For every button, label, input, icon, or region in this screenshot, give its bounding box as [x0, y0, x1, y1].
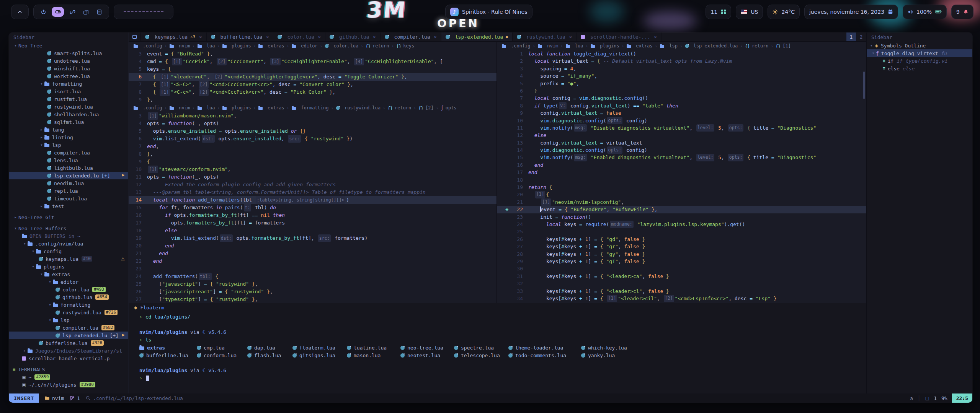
breadcrumb-item[interactable]: lsp-extended.lua: [685, 43, 738, 49]
scrollbar-handle[interactable]: [863, 72, 865, 99]
tree-item[interactable]: keymaps.lua#10⚠: [9, 255, 128, 263]
tree-item[interactable]: lsp-extended.lu[+]⚑: [9, 172, 128, 179]
ls-item[interactable]: flash.lua: [247, 353, 292, 358]
tree-item[interactable]: ▾lsp: [9, 141, 128, 149]
tree-item[interactable]: ▾extras: [9, 270, 128, 278]
code-line[interactable]: 6 { [1]"<leader>uC", [2]"<cmd>CccHighlig…: [129, 73, 497, 81]
terminal-output[interactable]: › cd lua/plugins/nvim/lua/plugins via ☾ …: [129, 312, 866, 382]
tree-item[interactable]: neodim.lua: [9, 179, 128, 187]
sidebar-section-terminals[interactable]: ≡TERMINALS: [9, 366, 128, 373]
editor-tab[interactable]: rustywind.lua×: [513, 33, 577, 41]
tree-item[interactable]: compiler.lua#682: [9, 324, 128, 332]
breadcrumb-item[interactable]: {}keys: [396, 43, 414, 49]
code-line[interactable]: 3event = { "BufRead" },: [129, 50, 497, 58]
code-line[interactable]: 25 ["javascript"] = { "rustywind" },: [129, 280, 497, 288]
tree-item[interactable]: color.lua#493: [9, 286, 128, 293]
code-line[interactable]: 27 keys[#keys + 1] = { "gr", false }: [497, 243, 866, 250]
code-line[interactable]: 1local function toggle_diag_virtext(): [497, 50, 866, 57]
ls-item[interactable]: todo-comments.lua: [508, 353, 581, 358]
breadcrumb-item[interactable]: {}return: [366, 43, 389, 49]
tree-item[interactable]: timeout.lua: [9, 195, 128, 202]
tree-item[interactable]: undotree.lua: [9, 57, 128, 65]
close-icon[interactable]: ×: [266, 34, 269, 40]
breadcrumb-item[interactable]: nvim: [169, 105, 190, 111]
code-line[interactable]: 4cmd = { [1]"CccPick", [2]"CccConvert", …: [129, 58, 497, 65]
tree-item[interactable]: ▾formatting: [9, 301, 128, 309]
code-line[interactable]: 6 }: [497, 87, 866, 94]
editor-tab[interactable]: keymaps.lua⚠3×: [141, 33, 207, 41]
date-widget[interactable]: jueves, noviembre 16, 2023: [804, 5, 898, 19]
code-line[interactable]: 9 config.virtual_text = false: [497, 109, 866, 117]
code-line[interactable]: 13 ---@param tbl table<string, conform.F…: [129, 189, 497, 196]
ls-item[interactable]: which-key.lua: [581, 345, 866, 351]
music-widget[interactable]: ♪ Spiritbox - Rule Of Nines: [445, 5, 532, 19]
code-line[interactable]: 29 keys[#keys + 1] = { "gI", false }: [497, 258, 866, 265]
code-line[interactable]: 11opts = function(_, opts): [129, 173, 497, 181]
code-line[interactable]: 7end,: [129, 143, 497, 150]
code-line[interactable]: 8},: [129, 150, 497, 158]
code-line[interactable]: 26 keys[#keys + 1] = { "gd", false }: [497, 236, 866, 243]
tree-item[interactable]: ▾config: [9, 247, 128, 255]
ls-item[interactable]: neotest.lua: [400, 353, 454, 358]
code-line[interactable]: 20 end: [129, 242, 497, 250]
editor-tab[interactable]: color.lua×: [273, 33, 325, 41]
code-line[interactable]: 2 local virtual_text = { -- Default virt…: [497, 57, 866, 65]
editor-tab[interactable]: github.lua×: [325, 33, 381, 41]
code-line[interactable]: 20 [1]{: [497, 191, 866, 198]
breadcrumb-item[interactable]: lua: [565, 43, 583, 49]
breadcrumb-item[interactable]: editor: [291, 43, 317, 49]
code-line[interactable]: 8 { [1]"<C-c>", [2]"<cmd>CccPick<cr>", d…: [129, 88, 497, 96]
breadcrumb-item[interactable]: extras: [258, 105, 284, 111]
editor-tab[interactable]: bufferline.lua×: [207, 33, 274, 41]
code-line[interactable]: 13 config.virtual_text = virtual_text: [497, 139, 866, 146]
breadcrumb-item[interactable]: extras: [626, 43, 652, 49]
code-line[interactable]: 15 for ft, formatters in pairs(t: tbl) d…: [129, 204, 497, 211]
breadcrumb-item[interactable]: ƒopts: [441, 105, 456, 111]
tree-item[interactable]: shellharden.lua: [9, 111, 128, 118]
breadcrumb-item[interactable]: extras: [258, 43, 284, 49]
ls-item[interactable]: spectre.lua: [454, 345, 508, 351]
symbol-item[interactable]: ≣elseelse: [867, 65, 972, 72]
code-line[interactable]: 21 [1]"neovim/nvim-lspconfig",: [497, 198, 866, 206]
ls-item[interactable]: extras: [139, 345, 197, 351]
breadcrumb-item[interactable]: .config: [133, 43, 162, 49]
code-line[interactable]: 15 vim.notify(msg: "Enabled diagnostics …: [497, 154, 866, 161]
ls-item[interactable]: dap.lua: [247, 345, 292, 351]
code-line[interactable]: 19 vim.list_extend(dst: opts.formatters_…: [129, 234, 497, 242]
code-line[interactable]: 4opts = function(_, opts): [129, 120, 497, 127]
weather-widget[interactable]: 24°C: [768, 5, 800, 19]
ls-item[interactable]: conform.lua: [197, 353, 247, 358]
tabpage-button[interactable]: 2: [856, 33, 866, 41]
tree-item[interactable]: github.lua#654: [9, 293, 128, 301]
ls-item[interactable]: gitsigns.lua: [292, 353, 347, 358]
code-line[interactable]: 32: [497, 280, 866, 287]
tree-item[interactable]: ▸Juegos/Indies/SteamLibrary/st: [9, 347, 128, 354]
breadcrumb-item[interactable]: {}return: [745, 43, 769, 49]
keyboard-layout-widget[interactable]: US: [736, 5, 763, 19]
sidebar-section-neo-tree[interactable]: ▾Neo-Tree: [9, 42, 128, 49]
code-line[interactable]: 23 init = function(): [497, 213, 866, 221]
symbol-item[interactable]: ▾ƒtoggle_diag_virtextfu: [867, 49, 972, 57]
terminal-item[interactable]: ▣~#2859: [9, 373, 128, 381]
ls-item[interactable]: telescope.lua: [454, 353, 508, 358]
code-line[interactable]: 27 ["typescript"] = { "rustywind" },: [129, 296, 497, 303]
sidebar-section-neo-tree-buffers[interactable]: ▾Neo-Tree Buffers: [9, 224, 128, 232]
breadcrumb-item[interactable]: plugins: [590, 43, 619, 49]
tree-item[interactable]: lightbulb.lua: [9, 164, 128, 172]
tree-item[interactable]: lens.lua: [9, 156, 128, 164]
tree-item[interactable]: scrollbar-handle-vertical.p: [9, 354, 128, 362]
code-line[interactable]: 11 vim.notify(msg: "Disable diagnostics …: [497, 124, 866, 132]
tree-item[interactable]: ▸lang: [9, 126, 128, 133]
code-line[interactable]: 14 vim.diagnostic.config(opts: config): [497, 146, 866, 154]
code-line[interactable]: 31 keys[#keys + 1] = { "<leader>ca", fal…: [497, 273, 866, 280]
sidebar-section-neo-tree-git[interactable]: ▸Neo-Tree Git: [9, 213, 128, 221]
launcher-button[interactable]: [11, 5, 29, 19]
code-line[interactable]: 24 local keys = require(modname: "lazyvi…: [497, 221, 866, 228]
code-line[interactable]: 28 keys[#keys + 1] = { "gy", false }: [497, 250, 866, 258]
code-line[interactable]: 26 ["javascriptreact"] = { "rustywind" }…: [129, 288, 497, 296]
tree-item[interactable]: isort.lua: [9, 88, 128, 95]
breadcrumb-item[interactable]: formatting: [291, 105, 328, 111]
breadcrumb-item[interactable]: plugins: [222, 43, 251, 49]
tree-item[interactable]: ▾.config/nvim/lua: [9, 240, 128, 247]
tree-item[interactable]: worktree.lua: [9, 72, 128, 80]
